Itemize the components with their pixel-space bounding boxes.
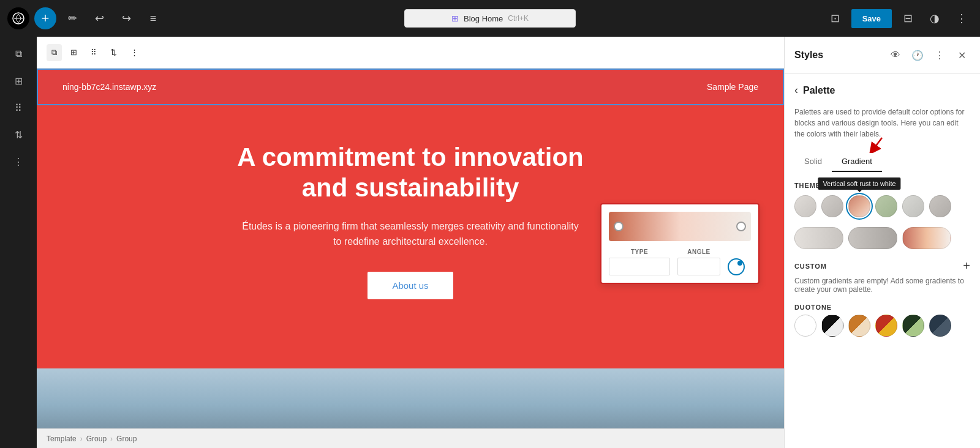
address-bar[interactable]: ⊞ Blog Home Ctrl+K [404, 9, 576, 28]
add-button[interactable]: + [34, 7, 56, 29]
right-panel: Styles 👁 🕐 ⋮ ✕ ‹ Palette Palettes are us… [784, 37, 980, 448]
palette-label: Palette [803, 85, 835, 96]
back-button[interactable]: ‹ [794, 84, 798, 97]
canvas-inner: ning-bb7c24.instawp.xyz Sample Page A co… [37, 69, 784, 428]
canvas-area: ⧉ ⊞ ⠿ ⇅ ⋮ ning-bb7c24.instawp.xyz Sample… [37, 37, 784, 448]
wide-swatch-rust[interactable] [902, 227, 951, 249]
edit-button[interactable]: ✏ [61, 7, 83, 29]
gradient-handle-right[interactable] [736, 222, 746, 231]
duplicate-block-button[interactable]: ⧉ [6, 42, 31, 66]
gradient-handle-left[interactable] [614, 222, 624, 231]
canvas: ning-bb7c24.instawp.xyz Sample Page A co… [37, 69, 784, 428]
back-row: ‹ Palette [794, 84, 970, 97]
swatch-6[interactable] [929, 195, 951, 217]
breadcrumb-bar: Template › Group › Group [37, 428, 784, 448]
palette-section: ‹ Palette Palettes are used to provide d… [785, 74, 980, 448]
swatch-1[interactable] [794, 195, 816, 217]
blog-icon: ⊞ [451, 13, 459, 23]
hero-subtitle: Études is a pioneering firm that seamles… [239, 218, 582, 250]
top-bar-right: ⊡ Save ⊟ ◑ ⋮ [824, 7, 973, 29]
copy-block-button[interactable]: ⊞ [6, 69, 31, 93]
duotone-section-row: DUOTONE [794, 304, 970, 311]
view-toggle-button[interactable]: ⊡ [824, 7, 846, 29]
swatch-rust-active[interactable]: Vertical soft rust to white [848, 195, 870, 217]
popup-controls-row: TYPE Linear ▾ ANGLE 90 ⇅ [609, 248, 751, 275]
gradient-tab-wrapper: Gradient [832, 152, 882, 172]
angle-field: ANGLE 90 ⇅ [677, 248, 720, 275]
custom-empty-text: Custom gradients are empty! Add some gra… [794, 277, 970, 294]
panel-more-btn[interactable]: ⋮ [931, 47, 948, 64]
hero-section: A commitment to innovation and sustainab… [37, 105, 784, 368]
drag-handle-button[interactable]: ⠿ [6, 95, 31, 120]
gradient-popup: TYPE Linear ▾ ANGLE 90 ⇅ [600, 203, 760, 284]
swatch-5[interactable] [902, 195, 924, 217]
custom-label: CUSTOM [794, 263, 827, 270]
page-nav: ning-bb7c24.instawp.xyz Sample Page [37, 69, 784, 105]
move-button[interactable]: ⇅ [105, 44, 122, 61]
list-view-button[interactable]: ≡ [142, 7, 164, 29]
bottom-image [37, 368, 784, 428]
duotone-2[interactable] [821, 315, 843, 337]
close-panel-btn[interactable]: ✕ [953, 47, 970, 64]
left-panel: ⧉ ⊞ ⠿ ⇅ ⋮ [0, 37, 37, 448]
palette-description: Palettes are used to provide default col… [794, 106, 970, 140]
wp-logo[interactable] [7, 7, 29, 29]
duotone-1[interactable] [794, 315, 816, 337]
breadcrumb-sep-1: › [80, 435, 83, 443]
duplicate-button[interactable]: ⊞ [66, 44, 82, 61]
swatch-4[interactable] [875, 195, 897, 217]
copy-button[interactable]: ⧉ [47, 44, 62, 61]
drag-button[interactable]: ⠿ [86, 44, 102, 61]
duotone-label: DUOTONE [794, 304, 832, 311]
angle-circle[interactable] [728, 258, 745, 275]
theme-swatch-row2 [794, 227, 970, 249]
tab-solid[interactable]: Solid [794, 152, 832, 172]
type-label: TYPE [609, 248, 670, 255]
about-us-button[interactable]: About us [368, 272, 453, 299]
angle-spinner: ⇅ [708, 262, 715, 271]
duotone-6[interactable] [929, 315, 951, 337]
breadcrumb-group1[interactable]: Group [86, 435, 107, 443]
site-url: ning-bb7c24.instawp.xyz [62, 82, 156, 92]
right-panel-header: Styles 👁 🕐 ⋮ ✕ [785, 37, 980, 74]
move-up-down-button[interactable]: ⇅ [6, 122, 31, 147]
more-options-button[interactable]: ⋮ [951, 7, 973, 29]
undo-button[interactable]: ↩ [88, 7, 110, 29]
toolbar: ⧉ ⊞ ⠿ ⇅ ⋮ [37, 37, 784, 69]
more-button[interactable]: ⋮ [126, 44, 143, 61]
theme-swatch-grid: Vertical soft rust to white [794, 195, 970, 217]
right-panel-icons: 👁 🕐 ⋮ ✕ [887, 47, 970, 64]
preview-icon-btn[interactable]: 👁 [887, 47, 904, 64]
breadcrumb-template[interactable]: Template [47, 435, 77, 443]
type-select[interactable]: Linear ▾ [609, 258, 670, 275]
custom-add-button[interactable]: + [963, 259, 970, 273]
gradient-preview[interactable] [609, 212, 751, 241]
duotone-5[interactable] [902, 315, 924, 337]
address-bar-center: ⊞ Blog Home Ctrl+K [404, 9, 576, 28]
block-options-button[interactable]: ⋮ [6, 149, 31, 174]
theme-section-label: THEME [794, 182, 970, 189]
wide-swatch-1[interactable] [794, 227, 843, 249]
breadcrumb-sep-2: › [110, 435, 113, 443]
angle-dot [737, 261, 742, 266]
hero-title: A commitment to innovation and sustainab… [227, 142, 594, 204]
wide-swatch-2[interactable] [848, 227, 897, 249]
tab-gradient[interactable]: Gradient [832, 152, 882, 172]
custom-section-row: CUSTOM + [794, 259, 970, 273]
angle-input[interactable]: 90 ⇅ [677, 258, 720, 275]
theme-toggle-button[interactable]: ◑ [924, 7, 946, 29]
top-bar: + ✏ ↩ ↪ ≡ ⊞ Blog Home Ctrl+K ⊡ Save ⊟ ◑ … [0, 0, 980, 37]
duotone-3[interactable] [848, 315, 870, 337]
sample-page-link[interactable]: Sample Page [707, 82, 758, 92]
chevron-down-icon: ▾ [660, 262, 665, 271]
layout-toggle-button[interactable]: ⊟ [897, 7, 919, 29]
history-icon-btn[interactable]: 🕐 [909, 47, 926, 64]
swatch-2[interactable] [821, 195, 843, 217]
save-button[interactable]: Save [851, 9, 892, 28]
redo-button[interactable]: ↪ [115, 7, 137, 29]
breadcrumb-group2[interactable]: Group [116, 435, 137, 443]
type-value: Linear [614, 262, 636, 271]
duotone-4[interactable] [875, 315, 897, 337]
angle-value: 90 [683, 262, 692, 271]
address-text: Blog Home [464, 14, 503, 23]
